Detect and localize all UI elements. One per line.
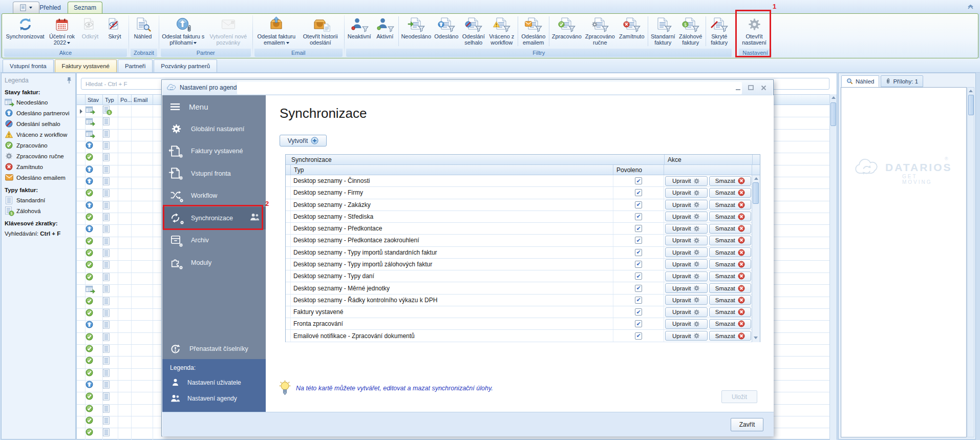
tab-seznam[interactable]: Seznam — [68, 2, 102, 13]
sync-task-row[interactable]: Desktop seznamy - Řádky kontrolního výka… — [286, 295, 753, 306]
delete-button[interactable]: Smazat — [709, 319, 752, 329]
column-typ[interactable]: Typ — [291, 165, 613, 175]
delete-button[interactable]: Smazat — [709, 259, 752, 269]
ribbon-button-aktivni[interactable]: Aktivní — [373, 15, 397, 48]
ribbon-button-neodeslano[interactable]: Neodesláno — [400, 15, 433, 48]
enabled-checkbox[interactable]: ✔ — [635, 225, 642, 232]
menu-item-globalni-nastaveni[interactable]: Globální nastavení — [162, 118, 266, 140]
delete-button[interactable]: Smazat — [709, 176, 752, 186]
sync-task-row[interactable]: Faktury vystavené✔UpravitSmazat — [286, 306, 753, 318]
create-button[interactable]: Vytvořit — [280, 135, 327, 146]
sync-task-row[interactable]: Fronta zpracování✔UpravitSmazat — [286, 318, 753, 330]
edit-button[interactable]: Upravit — [665, 295, 708, 305]
edit-button[interactable]: Upravit — [665, 200, 708, 209]
ribbon-button-odeslani-selhalo[interactable]: Odeslání selhalo — [460, 15, 487, 48]
dialog-title-bar[interactable]: Nastavení pro agendu — [162, 80, 773, 95]
sync-task-row[interactable]: Desktop seznamy - Typy daní✔UpravitSmaza… — [286, 270, 753, 282]
menu-item-faktury-vystavene[interactable]: Faktury vystavené — [162, 140, 266, 163]
ribbon-button-otevrit-historii-odeslani[interactable]: Otevřít historii odeslání — [299, 15, 343, 48]
preview-scrollbar[interactable] — [967, 87, 974, 437]
ribbon-button-synchronizovat[interactable]: Synchronizovat — [4, 15, 46, 48]
close-button[interactable] — [760, 84, 768, 92]
tab-prehled[interactable]: Přehled — [34, 2, 67, 13]
edit-button[interactable]: Upravit — [665, 319, 708, 329]
menu-header[interactable]: Menu — [162, 95, 266, 118]
enabled-checkbox[interactable]: ✔ — [635, 261, 642, 268]
delete-button[interactable]: Smazat — [709, 331, 752, 341]
invoice-table-scrollbar[interactable] — [829, 94, 837, 440]
ribbon-button-zalohove-faktury[interactable]: $Zálohové faktury — [677, 15, 705, 48]
enabled-checkbox[interactable]: ✔ — [635, 177, 642, 184]
column-po[interactable]: Po... — [118, 95, 132, 104]
delete-button[interactable]: Smazat — [709, 188, 752, 198]
edit-button[interactable]: Upravit — [665, 307, 708, 317]
sync-task-row[interactable]: Desktop seznamy - Typy importů zálohovýc… — [286, 259, 753, 270]
enabled-checkbox[interactable]: ✔ — [635, 297, 642, 304]
menu-item-archiv[interactable]: Archiv — [162, 229, 266, 252]
maximize-button[interactable] — [747, 84, 755, 92]
enabled-checkbox[interactable]: ✔ — [635, 213, 642, 220]
scrollbar-thumb[interactable] — [753, 182, 759, 204]
sync-table-scrollbar[interactable] — [752, 175, 760, 342]
edit-button[interactable]: Upravit — [665, 212, 708, 221]
menu-item-prenastavit-ciselniky[interactable]: Přenastavit číselníky — [162, 339, 266, 359]
edit-button[interactable]: Upravit — [665, 331, 708, 341]
sync-task-row[interactable]: Desktop seznamy - Zakázky✔UpravitSmazat — [286, 199, 753, 211]
tab-nahled[interactable]: Náhled — [841, 75, 879, 87]
column-stav[interactable]: Stav — [86, 95, 103, 104]
menu-item-moduly[interactable]: Moduly — [162, 252, 266, 274]
enabled-checkbox[interactable]: ✔ — [635, 320, 642, 327]
ribbon-button-zpracovano-rucne[interactable]: Zpracováno ručne — [583, 15, 617, 48]
edit-button[interactable]: Upravit — [665, 188, 708, 198]
menu-item-vstupni-fronta[interactable]: Vstupní fronta — [162, 162, 266, 185]
sync-task-row[interactable]: Desktop seznamy - Typy importů standardn… — [286, 247, 753, 259]
scrollbar-thumb[interactable] — [830, 102, 836, 126]
subtab-vstupni-fronta[interactable]: Vstupní fronta — [3, 59, 54, 72]
subtab-partneri[interactable]: Partneři — [118, 59, 153, 72]
delete-button[interactable]: Smazat — [709, 212, 752, 221]
column-typ[interactable]: Typ — [103, 95, 118, 104]
sync-task-row[interactable]: Desktop seznamy - Měrné jednotky✔Upravit… — [286, 282, 753, 294]
sync-task-row[interactable]: Desktop seznamy - Předkontace zaokrouhle… — [286, 235, 753, 246]
subtab-pozvanky-partneru[interactable]: Pozvánky partnerů — [154, 59, 217, 72]
scrollbar-thumb[interactable] — [968, 95, 974, 115]
enabled-checkbox[interactable]: ✔ — [635, 308, 642, 316]
delete-button[interactable]: Smazat — [709, 271, 752, 281]
subtab-faktury-vystavene[interactable]: Faktury vystavené — [55, 59, 117, 72]
ribbon-button-neaktivni[interactable]: Neaktivní — [346, 15, 373, 48]
delete-button[interactable]: Smazat — [709, 200, 752, 209]
ribbon-button-odeslat-fakturu-s-prilohami[interactable]: Odeslat fakturu s přílohami — [161, 15, 206, 48]
edit-button[interactable]: Upravit — [665, 283, 708, 293]
enabled-checkbox[interactable]: ✔ — [635, 285, 642, 292]
enabled-checkbox[interactable]: ✔ — [635, 237, 642, 244]
sync-task-row[interactable]: Desktop seznamy - Firmy✔UpravitSmazat — [286, 187, 753, 199]
pin-icon[interactable] — [66, 77, 72, 84]
delete-button[interactable]: Smazat — [709, 307, 752, 317]
ribbon-button-odeslat-fakturu-emailem[interactable]: Odeslat fakturu emailem — [254, 15, 299, 48]
edit-button[interactable]: Upravit — [665, 236, 708, 245]
sync-task-row[interactable]: Desktop seznamy - Činnosti✔UpravitSmazat — [286, 175, 753, 187]
menu-item-synchronizace[interactable]: Synchronizace — [162, 207, 266, 229]
close-dialog-button[interactable]: Zavřít — [731, 418, 763, 431]
ribbon-button-skryte-faktury[interactable]: Skryté faktury — [707, 15, 732, 48]
column-email[interactable]: Email — [132, 95, 153, 104]
ribbon-collapse-button[interactable] — [966, 3, 975, 11]
delete-button[interactable]: Smazat — [709, 236, 752, 245]
delete-button[interactable]: Smazat — [709, 247, 752, 257]
edit-button[interactable]: Upravit — [665, 176, 708, 186]
enabled-checkbox[interactable]: ✔ — [635, 201, 642, 208]
ribbon-button-nahled[interactable]: Náhled — [131, 15, 155, 48]
delete-button[interactable]: Smazat — [709, 283, 752, 293]
sync-task-row[interactable]: Desktop seznamy - Předkontace✔UpravitSma… — [286, 223, 753, 235]
delete-button[interactable]: Smazat — [709, 295, 752, 305]
save-button[interactable]: Uložit — [721, 390, 757, 403]
edit-button[interactable]: Upravit — [665, 247, 708, 257]
ribbon-button-zpracovano[interactable]: Zpracováno — [550, 15, 583, 48]
sync-task-row[interactable]: Desktop seznamy - Střediska✔UpravitSmaza… — [286, 211, 753, 223]
ribbon-button-odeslano-emailem[interactable]: Odesláno emailem — [519, 15, 548, 48]
ribbon-button-skryt[interactable]: Skrýt — [102, 15, 127, 48]
edit-button[interactable]: Upravit — [665, 259, 708, 269]
minimize-button[interactable] — [734, 84, 742, 92]
ribbon-button-vraceno-z-workflow[interactable]: Vráceno z workflow — [487, 15, 517, 48]
tab-prilohy[interactable]: Přílohy: 1 — [881, 75, 923, 87]
